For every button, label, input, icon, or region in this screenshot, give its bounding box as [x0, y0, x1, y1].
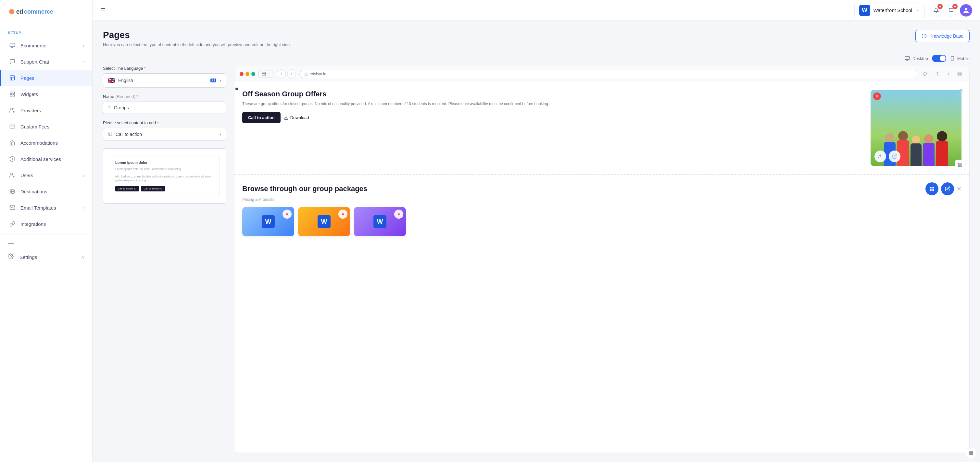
school-logo-card-1: W	[262, 215, 275, 228]
svg-text:ed: ed	[16, 8, 23, 15]
card-favorite-button-1[interactable]: ♥	[283, 210, 291, 219]
sidebar-item-users[interactable]: Users ›	[0, 167, 92, 183]
svg-rect-8	[13, 95, 14, 96]
view-toggle: Desktop Mobile	[103, 55, 970, 62]
logo: ed commerce	[0, 0, 92, 25]
mobile-toggle[interactable]: Mobile	[950, 56, 970, 61]
browser-back-button[interactable]: ‹	[277, 70, 286, 78]
additional-services-icon	[9, 156, 16, 162]
browse-close-button[interactable]: ✕	[957, 185, 961, 192]
message-badge: 0	[952, 4, 958, 9]
knowledge-base-button[interactable]: Knowledge Base	[915, 30, 970, 42]
ecommerce-icon	[9, 42, 16, 49]
image-remove-button[interactable]: ✕	[873, 92, 881, 100]
browser-forward-button[interactable]: ›	[287, 70, 296, 78]
page-header-text: Pages Here you can select the type of co…	[103, 30, 290, 47]
school-selector[interactable]: W Waterfront School	[854, 3, 925, 18]
card-favorite-button-3[interactable]: ♥	[394, 210, 403, 219]
browser-dot-green	[251, 72, 255, 76]
preview-content: ✕ Off Season Group Offers These are grou…	[234, 82, 969, 452]
topbar: ☰ W Waterfront School 0 0	[92, 0, 980, 21]
browse-edit-button[interactable]	[941, 183, 954, 195]
browser-refresh-button[interactable]	[921, 70, 930, 78]
preview-card: Lorem ipsum dolor Lorem ipsum dolor sit …	[103, 148, 226, 204]
svg-rect-26	[108, 132, 112, 136]
language-select-wrapper[interactable]: 🇬🇧 English AZ ▾	[103, 73, 226, 87]
browse-layout-button[interactable]	[966, 448, 969, 452]
desktop-toggle[interactable]: Desktop	[905, 56, 928, 61]
browser-share-button[interactable]	[933, 70, 942, 78]
page-title: Pages	[103, 30, 290, 40]
preview-btn-2: Call to action #2	[141, 186, 165, 191]
preview-card-title: Lorem ipsum dolor	[115, 160, 214, 165]
svg-rect-36	[959, 163, 960, 165]
section-off-season: ✕ Off Season Group Offers These are grou…	[234, 82, 969, 175]
view-toggle-switch[interactable]	[932, 55, 946, 62]
svg-rect-6	[13, 92, 14, 94]
pages-icon	[9, 74, 16, 81]
sidebar-item-integrations[interactable]: Integrations	[0, 216, 92, 232]
sidebar-item-additional-services[interactable]: Additional services	[0, 151, 92, 167]
cta-button[interactable]: Call to action	[242, 112, 280, 123]
sidebar-item-ecommerce[interactable]: Ecommerce ›	[0, 37, 92, 54]
off-season-text: Off Season Group Offers These are group …	[242, 90, 864, 123]
svg-rect-21	[905, 56, 909, 59]
sidebar-item-pages[interactable]: Pages	[0, 70, 92, 86]
sidebar-item-destinations[interactable]: Destinations	[0, 183, 92, 200]
browse-card-image-1: W ♥	[242, 207, 294, 236]
sidebar-item-email-templates[interactable]: Email Templates ›	[0, 200, 92, 216]
svg-rect-4	[10, 76, 14, 80]
name-label: Name (Required) *	[103, 94, 226, 99]
support-chat-icon	[9, 58, 16, 65]
content-select[interactable]: Call to action	[116, 132, 216, 137]
image-edit-button[interactable]	[889, 151, 900, 162]
svg-rect-41	[932, 187, 934, 189]
off-season-actions: Call to action Download	[242, 112, 864, 123]
sidebar-item-support-chat[interactable]: Support Chat ›	[0, 54, 92, 70]
svg-rect-3	[10, 43, 15, 47]
sidebar-item-settings[interactable]: Settings ∧	[0, 249, 92, 265]
svg-rect-7	[10, 95, 12, 96]
content-chevron-icon: ▾	[220, 132, 221, 137]
messages-button[interactable]: 0	[945, 4, 957, 17]
card-favorite-button-2[interactable]: ♥	[338, 210, 347, 219]
language-select[interactable]: English	[118, 78, 207, 83]
sidebar-item-widgets[interactable]: Widgets	[0, 86, 92, 102]
sidebar-item-accommodations[interactable]: Accommodations	[0, 135, 92, 151]
sidebar-item-providers[interactable]: Providers	[0, 102, 92, 118]
preview-btn-1: Call to action #1	[115, 186, 139, 191]
language-label: Select The Language *	[103, 66, 226, 71]
chevron-right-icon: ›	[83, 59, 84, 65]
accommodations-icon	[9, 139, 16, 146]
svg-rect-37	[961, 163, 962, 165]
user-avatar[interactable]	[960, 4, 972, 17]
sidebar-collapse[interactable]: —	[0, 238, 92, 249]
content-body: Select The Language * 🇬🇧 English AZ ▾	[103, 66, 970, 453]
users-icon	[9, 171, 16, 179]
browser-layout-button[interactable]	[258, 70, 274, 78]
destinations-icon	[9, 188, 16, 195]
browse-card-2: W ♥	[298, 207, 350, 236]
content-select-wrapper[interactable]: Call to action ▾	[103, 128, 226, 140]
browse-header: Browse through our group packages ✕	[242, 183, 961, 195]
preview-card-text1: Lorem ipsum dolor sit amet, consectetur …	[115, 167, 214, 171]
menu-icon[interactable]: ☰	[100, 7, 105, 14]
browser-url-bar[interactable]: edvisor.io	[299, 70, 917, 78]
browse-grid-button[interactable]	[926, 183, 939, 195]
preview-inner: Lorem ipsum dolor Lorem ipsum dolor sit …	[110, 155, 220, 197]
browse-card-3: W ♥	[354, 207, 406, 236]
browse-subtitle: Pricing & Products	[242, 197, 961, 202]
download-button[interactable]: Download	[284, 115, 309, 120]
section-layout-button[interactable]	[955, 160, 966, 170]
browser-nav: ‹ ›	[277, 70, 296, 78]
topbar-icons: 0 0	[930, 4, 972, 17]
browser-add-button[interactable]: +	[944, 70, 953, 78]
custom-fees-icon	[9, 123, 16, 130]
notifications-button[interactable]: 0	[930, 4, 942, 17]
name-input[interactable]	[114, 105, 221, 110]
school-name: Waterfront School	[873, 8, 912, 13]
sidebar-item-custom-fees[interactable]: Custom Fees	[0, 118, 92, 135]
browser-bar: ‹ › edvisor.io +	[234, 66, 969, 82]
browser-grid-button[interactable]	[955, 70, 964, 78]
image-upload-button[interactable]	[875, 151, 886, 162]
